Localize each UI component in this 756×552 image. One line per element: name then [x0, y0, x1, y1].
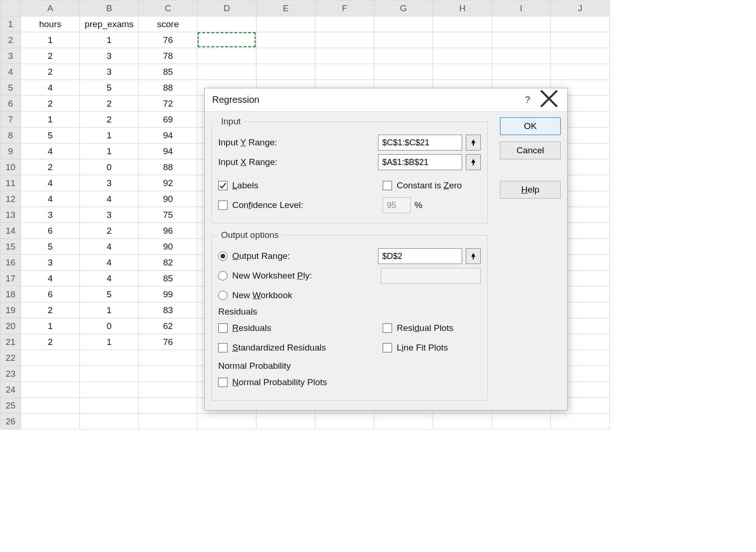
cell-C13[interactable]: 75	[139, 207, 198, 223]
cancel-button[interactable]: Cancel	[500, 142, 561, 159]
cell-C5[interactable]: 88	[139, 80, 198, 96]
cell-B21[interactable]: 1	[80, 334, 139, 350]
cell-A14[interactable]: 6	[21, 223, 80, 239]
row-header-17[interactable]: 17	[0, 271, 21, 287]
labels-checkbox[interactable]: Labels	[218, 180, 258, 191]
row-header-3[interactable]: 3	[0, 48, 21, 64]
new-worksheet-ply-radio[interactable]: New Worksheet Ply:	[218, 271, 312, 281]
row-header-16[interactable]: 16	[0, 255, 21, 271]
constant-zero-checkbox[interactable]: Constant is Zero	[383, 180, 481, 191]
cell-A10[interactable]: 2	[21, 159, 80, 175]
cell-A1[interactable]: hours	[21, 16, 80, 32]
row-header-22[interactable]: 22	[0, 350, 21, 366]
row-header-7[interactable]: 7	[0, 112, 21, 128]
cell-C7[interactable]: 69	[139, 112, 198, 128]
row-header-18[interactable]: 18	[0, 287, 21, 302]
cell-I1[interactable]	[492, 16, 551, 32]
cell-H26[interactable]	[433, 414, 492, 430]
row-header-8[interactable]: 8	[0, 128, 21, 143]
collapse-dialog-icon[interactable]	[466, 154, 481, 170]
cell-F4[interactable]	[315, 64, 374, 80]
cell-E2[interactable]	[257, 32, 315, 48]
normal-probability-plots-checkbox[interactable]: Normal Probability Plots	[218, 377, 327, 387]
cell-B25[interactable]	[80, 398, 139, 414]
cell-C19[interactable]: 83	[139, 302, 198, 318]
cell-A16[interactable]: 3	[21, 255, 80, 271]
select-all-corner[interactable]	[0, 0, 21, 16]
cell-B14[interactable]: 2	[80, 223, 139, 239]
row-header-11[interactable]: 11	[0, 175, 21, 191]
cell-A22[interactable]	[21, 350, 80, 366]
cell-F2[interactable]	[315, 32, 374, 48]
line-fit-plots-checkbox[interactable]: Line Fit Plots	[383, 343, 481, 353]
cell-B20[interactable]: 0	[80, 318, 139, 334]
cell-C18[interactable]: 99	[139, 287, 198, 302]
close-icon[interactable]	[538, 88, 560, 112]
row-header-14[interactable]: 14	[0, 223, 21, 239]
column-header-B[interactable]: B	[80, 0, 139, 16]
column-header-G[interactable]: G	[374, 0, 433, 16]
cell-B26[interactable]	[80, 414, 139, 430]
cell-I3[interactable]	[492, 48, 551, 64]
row-header-15[interactable]: 15	[0, 239, 21, 255]
cell-A24[interactable]	[21, 382, 80, 398]
cell-I2[interactable]	[492, 32, 551, 48]
column-header-E[interactable]: E	[257, 0, 315, 16]
cell-C6[interactable]: 72	[139, 96, 198, 112]
row-header-2[interactable]: 2	[0, 32, 21, 48]
cell-B13[interactable]: 3	[80, 207, 139, 223]
cell-B12[interactable]: 4	[80, 191, 139, 207]
cell-A6[interactable]: 2	[21, 96, 80, 112]
cell-H4[interactable]	[433, 64, 492, 80]
cell-H1[interactable]	[433, 16, 492, 32]
row-header-20[interactable]: 20	[0, 318, 21, 334]
cell-E1[interactable]	[257, 16, 315, 32]
cell-C24[interactable]	[139, 382, 198, 398]
column-header-H[interactable]: H	[433, 0, 492, 16]
cell-C25[interactable]	[139, 398, 198, 414]
cell-C21[interactable]: 76	[139, 334, 198, 350]
cell-F26[interactable]	[315, 414, 374, 430]
column-header-I[interactable]: I	[492, 0, 551, 16]
cell-H3[interactable]	[433, 48, 492, 64]
ok-button[interactable]: OK	[500, 117, 561, 135]
row-header-10[interactable]: 10	[0, 159, 21, 175]
cell-B19[interactable]: 1	[80, 302, 139, 318]
cell-A13[interactable]: 3	[21, 207, 80, 223]
collapse-dialog-icon[interactable]	[466, 248, 481, 264]
help-icon[interactable]: ?	[517, 94, 538, 105]
cell-G1[interactable]	[374, 16, 433, 32]
row-header-26[interactable]: 26	[0, 414, 21, 430]
cell-C2[interactable]: 76	[139, 32, 198, 48]
cell-B23[interactable]	[80, 366, 139, 382]
cell-A5[interactable]: 4	[21, 80, 80, 96]
column-header-F[interactable]: F	[315, 0, 374, 16]
confidence-level-checkbox[interactable]: Confidence Level:	[218, 200, 303, 210]
cell-I26[interactable]	[492, 414, 551, 430]
cell-A26[interactable]	[21, 414, 80, 430]
new-workbook-radio[interactable]: New Workbook	[218, 290, 292, 301]
cell-A17[interactable]: 4	[21, 271, 80, 287]
cell-B24[interactable]	[80, 382, 139, 398]
row-header-9[interactable]: 9	[0, 143, 21, 159]
cell-C1[interactable]: score	[139, 16, 198, 32]
cell-G2[interactable]	[374, 32, 433, 48]
cell-A19[interactable]: 2	[21, 302, 80, 318]
cell-J1[interactable]	[551, 16, 610, 32]
cell-B3[interactable]: 3	[80, 48, 139, 64]
cell-A3[interactable]: 2	[21, 48, 80, 64]
row-header-23[interactable]: 23	[0, 366, 21, 382]
row-header-25[interactable]: 25	[0, 398, 21, 414]
cell-A15[interactable]: 5	[21, 239, 80, 255]
cell-C16[interactable]: 82	[139, 255, 198, 271]
cell-C23[interactable]	[139, 366, 198, 382]
input-y-range-field[interactable]	[378, 135, 462, 151]
cell-D3[interactable]	[198, 48, 257, 64]
cell-A12[interactable]: 4	[21, 191, 80, 207]
cell-D2[interactable]	[198, 32, 257, 48]
cell-C26[interactable]	[139, 414, 198, 430]
residuals-checkbox[interactable]: Residuals	[218, 323, 271, 333]
help-button[interactable]: Help	[500, 181, 561, 199]
cell-A21[interactable]: 2	[21, 334, 80, 350]
cell-J2[interactable]	[551, 32, 610, 48]
